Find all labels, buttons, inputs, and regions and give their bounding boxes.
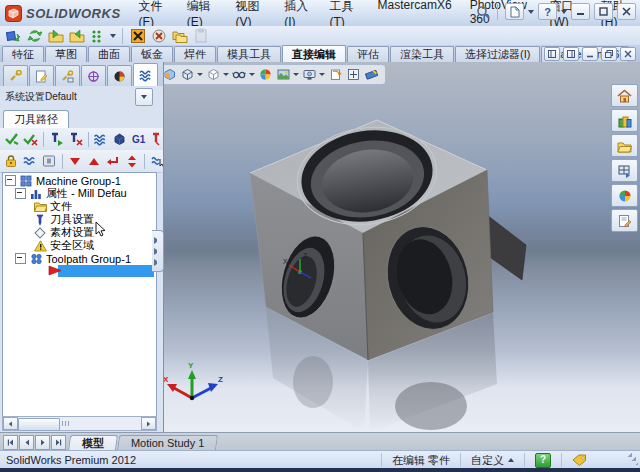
expand-toggle[interactable] — [15, 253, 26, 264]
appearances-icon[interactable] — [611, 184, 638, 207]
tab-sketch[interactable]: 草图 — [45, 46, 87, 62]
display-style-dropdown-icon[interactable] — [223, 73, 229, 76]
view-orientation-icon[interactable] — [179, 67, 195, 83]
cancel-circle-icon[interactable] — [150, 27, 168, 44]
tab-evaluate[interactable]: 评估 — [347, 46, 389, 62]
select-all-operations-icon[interactable] — [3, 131, 20, 148]
graphics-viewport[interactable]: X Z Y Y X Z — [163, 62, 640, 432]
prev-tab-button[interactable] — [19, 435, 34, 450]
insert-position-highlight[interactable] — [58, 265, 154, 277]
dimxpertmanager-tab-icon[interactable] — [81, 65, 106, 86]
mastercam-tab-icon[interactable] — [133, 63, 158, 86]
doc-restore-button[interactable] — [601, 47, 617, 61]
scroll-left-button[interactable] — [3, 417, 18, 430]
switch-to-mastercam-icon[interactable] — [5, 27, 23, 44]
tab-sheetmetal[interactable]: 钣金 — [131, 46, 173, 62]
model-tab[interactable]: 模型 — [68, 435, 118, 451]
tree-label[interactable]: Machine Group-1 — [36, 175, 121, 187]
view-settings-dropdown-icon[interactable] — [319, 73, 325, 76]
remove-tool-icon[interactable] — [67, 131, 84, 148]
new-document-dropdown-icon[interactable] — [528, 10, 534, 14]
toolpath-display-icon[interactable] — [22, 153, 39, 170]
propertymanager-tab-icon[interactable] — [29, 65, 54, 86]
regenerate-toolpaths-icon[interactable] — [93, 131, 110, 148]
apply-scene-icon[interactable] — [275, 67, 291, 83]
solidworks-resources-icon[interactable] — [611, 109, 638, 132]
lock-icon[interactable] — [3, 153, 20, 170]
file-explorer-icon[interactable] — [611, 159, 638, 182]
close-button[interactable] — [617, 3, 636, 20]
tree-item-toolpath-group[interactable]: Toolpath Group-1 — [15, 252, 131, 265]
tab-selectionfilter[interactable]: 选择过滤器(I) — [455, 46, 540, 62]
view-orientation-dropdown-icon[interactable] — [197, 73, 203, 76]
tree-label[interactable]: Toolpath Group-1 — [46, 253, 131, 265]
design-library-icon[interactable] — [611, 134, 638, 157]
home-icon[interactable] — [611, 84, 638, 107]
move-up-icon[interactable] — [86, 153, 103, 170]
panel-collapse-handle[interactable] — [152, 230, 164, 272]
tab-directediting[interactable]: 直接编辑 — [282, 45, 346, 62]
apply-scene-dropdown-icon[interactable] — [293, 73, 299, 76]
move-down-icon[interactable] — [67, 153, 84, 170]
import-folder-icon[interactable] — [47, 27, 65, 44]
doc-window-pane1-icon[interactable] — [544, 47, 560, 61]
hide-show-items-icon[interactable] — [231, 67, 247, 83]
tab-features[interactable]: 特征 — [2, 46, 44, 62]
tree-item-safety-zone[interactable]: 安全区域 — [33, 239, 94, 252]
options-dropdown-icon[interactable] — [110, 34, 116, 38]
custom-dropdown[interactable]: 自定义 — [460, 453, 524, 467]
tab-rendertools[interactable]: 渲染工具 — [390, 46, 454, 62]
edit-appearance-icon[interactable] — [257, 67, 273, 83]
measure-icon[interactable] — [363, 67, 379, 83]
minimize-button[interactable] — [571, 3, 590, 20]
verify-solid-icon[interactable] — [111, 131, 128, 148]
help-button[interactable]: ? — [538, 3, 557, 20]
options-grid-icon[interactable] — [89, 27, 107, 44]
custom-properties-icon[interactable] — [611, 209, 638, 232]
move-insert-arrow-icon[interactable] — [104, 153, 121, 170]
move-up-down-icon[interactable] — [123, 153, 140, 170]
new-document-button[interactable] — [505, 3, 524, 20]
tab-weldments[interactable]: 焊件 — [174, 46, 216, 62]
g1-post-icon[interactable]: G1 — [130, 131, 147, 148]
unselect-all-operations-icon[interactable] — [22, 131, 39, 148]
toolpaths-tab[interactable]: 刀具路径 — [3, 110, 69, 128]
motion-study-tab[interactable]: Motion Study 1 — [117, 435, 219, 451]
sw-search-icon[interactable] — [476, 5, 490, 19]
tab-surfaces[interactable]: 曲面 — [88, 46, 130, 62]
doc-minimize-button[interactable] — [582, 47, 598, 61]
restore-button[interactable] — [594, 3, 613, 20]
help-dropdown-icon[interactable] — [561, 10, 567, 14]
rotate-view-icon[interactable] — [327, 67, 343, 83]
scroll-right-button[interactable] — [141, 417, 156, 430]
featuremanager-tab-icon[interactable] — [3, 65, 28, 86]
tag-icon[interactable] — [572, 454, 587, 466]
select-tool-icon[interactable] — [48, 131, 65, 148]
quick-tip-help-button[interactable]: ? — [535, 453, 551, 468]
configurationmanager-tab-icon[interactable] — [55, 65, 80, 86]
doc-close-button[interactable] — [620, 47, 636, 61]
scrollbar-thumb[interactable] — [18, 418, 60, 431]
next-tab-button[interactable] — [35, 435, 50, 450]
hide-show-dropdown-icon[interactable] — [249, 73, 255, 76]
tab-moldtools[interactable]: 模具工具 — [217, 46, 281, 62]
expand-toggle[interactable] — [15, 188, 26, 199]
folders-icon[interactable] — [171, 27, 189, 44]
toolpath-select-icon[interactable] — [149, 153, 164, 170]
delete-operations-icon[interactable] — [129, 27, 147, 44]
view-settings-icon[interactable] — [301, 67, 317, 83]
machine-simulation-icon[interactable] — [41, 153, 58, 170]
display-style-icon[interactable] — [205, 67, 221, 83]
pan-view-icon[interactable] — [345, 67, 361, 83]
last-tab-button[interactable] — [51, 435, 66, 450]
tree-horizontal-scrollbar[interactable] — [2, 416, 157, 431]
export-folder-icon[interactable] — [68, 27, 86, 44]
doc-window-pane2-icon[interactable] — [563, 47, 579, 61]
sync-arrows-icon[interactable] — [26, 27, 44, 44]
resize-grip[interactable] — [628, 453, 638, 467]
displaymanager-tab-icon[interactable] — [107, 65, 132, 86]
first-tab-button[interactable] — [3, 435, 18, 450]
preset-dropdown-button[interactable] — [135, 88, 153, 106]
expand-toggle[interactable] — [5, 175, 16, 186]
toolpath-red-tool-icon[interactable] — [149, 131, 164, 148]
